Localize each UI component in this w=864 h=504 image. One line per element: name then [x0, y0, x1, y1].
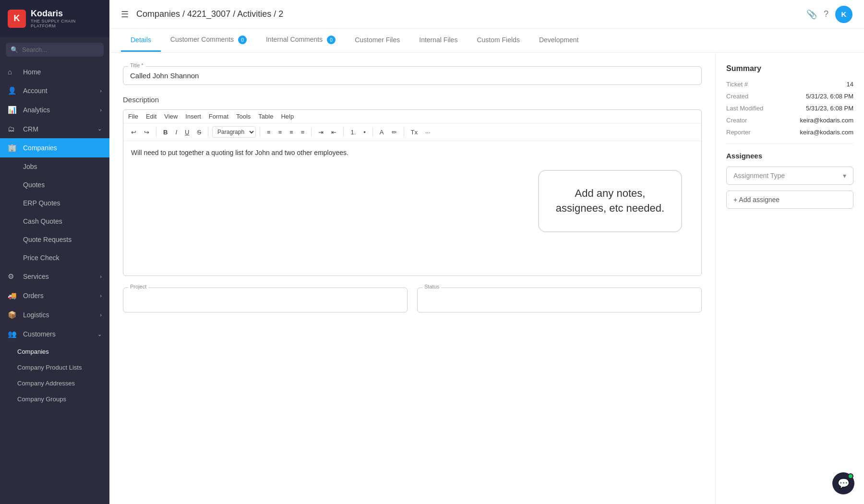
assignment-type-dropdown[interactable]: Assignment Type ▾ — [726, 167, 853, 185]
sidebar-item-erp-quotes[interactable]: ERP Quotes — [0, 194, 109, 212]
summary-row-ticket: Ticket # 14 — [726, 81, 853, 88]
customers-icon: 👥 — [8, 330, 18, 338]
status-field[interactable]: Status — [417, 288, 702, 312]
redo-button[interactable]: ↪ — [141, 127, 152, 138]
logo-text: Kodaris The Supply Chain Platform — [31, 9, 102, 28]
summary-row-modified: Last Modified 5/31/23, 6:08 PM — [726, 105, 853, 112]
sidebar-item-crm[interactable]: 🗂 CRM ⌄ — [0, 120, 109, 138]
sidebar-item-quote-requests[interactable]: Quote Requests — [0, 230, 109, 249]
sidebar-item-price-check[interactable]: Price Check — [0, 249, 109, 267]
clear-format-button[interactable]: Tx — [408, 127, 420, 138]
sidebar-item-cash-quotes[interactable]: Cash Quotes — [0, 212, 109, 230]
chat-bubble[interactable]: 💬 — [832, 472, 854, 494]
sidebar-item-services[interactable]: ⚙ Services › — [0, 267, 109, 286]
align-right-button[interactable]: ≡ — [287, 127, 296, 138]
sidebar-item-jobs[interactable]: Jobs — [0, 157, 109, 176]
customer-comments-badge: 0 — [238, 36, 247, 44]
editor-wrap: File Edit View Insert Format Tools Table… — [123, 109, 702, 276]
ticket-label: Ticket # — [726, 81, 748, 88]
sidebar-item-orders[interactable]: 🚚 Orders › — [0, 286, 109, 305]
align-center-button[interactable]: ≡ — [276, 127, 285, 138]
tab-customer-files[interactable]: Customer Files — [345, 29, 409, 52]
align-left-button[interactable]: ≡ — [264, 127, 274, 138]
tab-development[interactable]: Development — [529, 29, 588, 52]
sidebar-item-account[interactable]: 👤 Account › — [0, 81, 109, 100]
sidebar-item-label: Cash Quotes — [8, 217, 62, 225]
undo-button[interactable]: ↩ — [128, 127, 139, 138]
logistics-icon: 📦 — [8, 311, 18, 319]
topbar: ☰ Companies / 4221_3007 / Activities / 2… — [109, 0, 864, 29]
add-assignee-button[interactable]: + Add assignee — [726, 191, 853, 209]
menu-table[interactable]: Table — [258, 113, 273, 120]
sidebar-item-logistics[interactable]: 📦 Logistics › — [0, 305, 109, 324]
sub-item-label: Companies — [17, 348, 49, 355]
italic-button[interactable]: I — [172, 127, 180, 138]
sidebar-item-quotes[interactable]: Quotes — [0, 176, 109, 194]
tab-internal-files[interactable]: Internal Files — [409, 29, 467, 52]
help-icon[interactable]: ? — [824, 9, 828, 19]
sidebar-item-label: Analytics — [23, 106, 50, 114]
user-avatar[interactable]: K — [835, 6, 852, 23]
created-value: 5/31/23, 6:08 PM — [806, 93, 853, 100]
tab-customer-comments[interactable]: Customer Comments 0 — [161, 29, 256, 52]
tab-internal-comments[interactable]: Internal Comments 0 — [256, 29, 345, 52]
menu-icon[interactable]: ☰ — [121, 9, 129, 20]
title-field: Title * Called John Shannon — [123, 66, 702, 85]
sidebar-item-label: Price Check — [8, 254, 59, 262]
breadcrumb: Companies / 4221_3007 / Activities / 2 — [136, 9, 806, 19]
sidebar-sub-companies[interactable]: Companies — [0, 344, 109, 360]
analytics-icon: 📊 — [8, 106, 18, 114]
summary-row-reporter: Reporter keira@kodaris.com — [726, 129, 853, 136]
outdent-button[interactable]: ⇤ — [328, 127, 339, 138]
title-value[interactable]: Called John Shannon — [130, 72, 695, 80]
menu-help[interactable]: Help — [281, 113, 294, 120]
menu-view[interactable]: View — [164, 113, 178, 120]
menu-format[interactable]: Format — [209, 113, 228, 120]
summary-row-created: Created 5/31/23, 6:08 PM — [726, 93, 853, 100]
toolbar-separator — [208, 127, 208, 137]
menu-tools[interactable]: Tools — [236, 113, 251, 120]
chevron-right-icon: › — [100, 312, 102, 318]
tab-custom-fields[interactable]: Custom Fields — [467, 29, 529, 52]
editor-body[interactable]: Will need to put together a quoting list… — [123, 141, 701, 276]
ticket-value: 14 — [847, 81, 853, 88]
indent-button[interactable]: ⇥ — [315, 127, 326, 138]
menu-insert[interactable]: Insert — [185, 113, 201, 120]
topbar-actions: 📎 ? K — [806, 6, 852, 23]
toolbar-separator — [343, 127, 344, 137]
creator-label: Creator — [726, 117, 747, 124]
unordered-list-button[interactable]: • — [360, 127, 369, 138]
font-color-button[interactable]: A — [377, 127, 387, 138]
align-justify-button[interactable]: ≡ — [298, 127, 308, 138]
paragraph-select[interactable]: Paragraph — [212, 126, 256, 138]
project-field[interactable]: Project — [123, 288, 408, 312]
sidebar-item-customers[interactable]: 👥 Customers ⌄ — [0, 324, 109, 344]
toolbar-separator — [404, 127, 404, 137]
assignment-type-placeholder: Assignment Type — [733, 172, 785, 180]
tab-details[interactable]: Details — [121, 29, 161, 52]
search-wrap: 🔍 — [6, 43, 104, 57]
bold-button[interactable]: B — [160, 127, 170, 138]
chevron-down-icon: ▾ — [843, 172, 846, 180]
highlight-button[interactable]: ✏ — [389, 127, 400, 138]
menu-edit[interactable]: Edit — [146, 113, 156, 120]
menu-file[interactable]: File — [128, 113, 138, 120]
main-area: ☰ Companies / 4221_3007 / Activities / 2… — [109, 0, 864, 504]
more-button[interactable]: ··· — [422, 127, 433, 138]
search-input[interactable] — [22, 46, 99, 53]
sidebar-sub-company-product-lists[interactable]: Company Product Lists — [0, 360, 109, 375]
logo-icon: K — [8, 10, 26, 28]
toolbar-separator — [372, 127, 373, 137]
ordered-list-button[interactable]: 1. — [348, 127, 359, 138]
sidebar-item-label: Jobs — [8, 163, 37, 170]
sidebar-sub-company-groups[interactable]: Company Groups — [0, 391, 109, 407]
sidebar-item-label: Quotes — [8, 181, 45, 189]
strikethrough-button[interactable]: S — [194, 127, 204, 138]
reporter-label: Reporter — [726, 129, 751, 136]
sidebar-item-home[interactable]: ⌂ Home — [0, 62, 109, 81]
sidebar-sub-company-addresses[interactable]: Company Addresses — [0, 375, 109, 391]
sidebar-item-companies-top[interactable]: 🏢 Companies — [0, 138, 109, 157]
sidebar-item-analytics[interactable]: 📊 Analytics › — [0, 100, 109, 120]
underline-button[interactable]: U — [182, 127, 192, 138]
attach-icon[interactable]: 📎 — [806, 9, 817, 20]
